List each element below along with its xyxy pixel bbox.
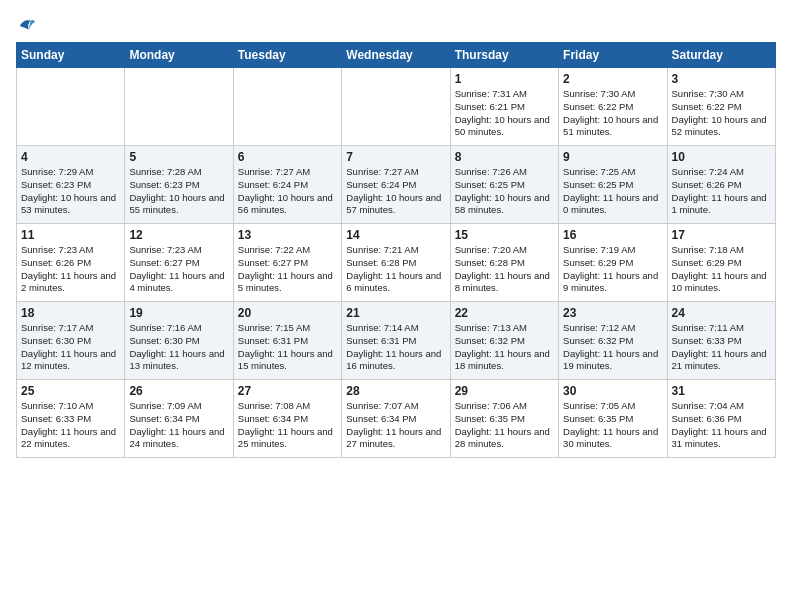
calendar-cell: 20Sunrise: 7:15 AMSunset: 6:31 PMDayligh… — [233, 302, 341, 380]
calendar-cell: 26Sunrise: 7:09 AMSunset: 6:34 PMDayligh… — [125, 380, 233, 458]
day-info: Sunset: 6:26 PM — [672, 179, 771, 192]
header-thursday: Thursday — [450, 43, 558, 68]
day-info: Sunrise: 7:09 AM — [129, 400, 228, 413]
day-info: Daylight: 11 hours and 31 minutes. — [672, 426, 771, 452]
day-number: 8 — [455, 150, 554, 164]
day-number: 31 — [672, 384, 771, 398]
calendar-cell: 1Sunrise: 7:31 AMSunset: 6:21 PMDaylight… — [450, 68, 558, 146]
day-info: Daylight: 11 hours and 28 minutes. — [455, 426, 554, 452]
day-info: Sunrise: 7:23 AM — [21, 244, 120, 257]
day-info: Sunset: 6:22 PM — [563, 101, 662, 114]
day-info: Sunset: 6:22 PM — [672, 101, 771, 114]
day-info: Daylight: 11 hours and 15 minutes. — [238, 348, 337, 374]
day-info: Sunrise: 7:16 AM — [129, 322, 228, 335]
day-info: Daylight: 11 hours and 2 minutes. — [21, 270, 120, 296]
day-info: Sunset: 6:21 PM — [455, 101, 554, 114]
calendar-cell — [342, 68, 450, 146]
day-info: Sunrise: 7:13 AM — [455, 322, 554, 335]
day-info: Sunset: 6:33 PM — [21, 413, 120, 426]
calendar-cell: 27Sunrise: 7:08 AMSunset: 6:34 PMDayligh… — [233, 380, 341, 458]
calendar-cell: 14Sunrise: 7:21 AMSunset: 6:28 PMDayligh… — [342, 224, 450, 302]
day-info: Sunset: 6:31 PM — [238, 335, 337, 348]
day-info: Sunset: 6:34 PM — [346, 413, 445, 426]
day-number: 4 — [21, 150, 120, 164]
day-number: 20 — [238, 306, 337, 320]
header-sunday: Sunday — [17, 43, 125, 68]
calendar-cell — [17, 68, 125, 146]
day-number: 11 — [21, 228, 120, 242]
calendar-cell: 6Sunrise: 7:27 AMSunset: 6:24 PMDaylight… — [233, 146, 341, 224]
header-monday: Monday — [125, 43, 233, 68]
day-number: 1 — [455, 72, 554, 86]
day-number: 15 — [455, 228, 554, 242]
day-info: Sunrise: 7:04 AM — [672, 400, 771, 413]
day-number: 28 — [346, 384, 445, 398]
calendar-header-row: SundayMondayTuesdayWednesdayThursdayFrid… — [17, 43, 776, 68]
day-number: 10 — [672, 150, 771, 164]
day-info: Daylight: 11 hours and 30 minutes. — [563, 426, 662, 452]
day-info: Daylight: 11 hours and 0 minutes. — [563, 192, 662, 218]
day-info: Daylight: 11 hours and 22 minutes. — [21, 426, 120, 452]
day-number: 18 — [21, 306, 120, 320]
header-saturday: Saturday — [667, 43, 775, 68]
day-info: Sunset: 6:33 PM — [672, 335, 771, 348]
day-info: Sunset: 6:25 PM — [455, 179, 554, 192]
day-info: Sunset: 6:23 PM — [129, 179, 228, 192]
calendar-cell: 13Sunrise: 7:22 AMSunset: 6:27 PMDayligh… — [233, 224, 341, 302]
day-number: 17 — [672, 228, 771, 242]
week-row-1: 1Sunrise: 7:31 AMSunset: 6:21 PMDaylight… — [17, 68, 776, 146]
day-info: Daylight: 10 hours and 55 minutes. — [129, 192, 228, 218]
day-info: Sunset: 6:30 PM — [129, 335, 228, 348]
day-info: Sunset: 6:30 PM — [21, 335, 120, 348]
day-info: Sunrise: 7:21 AM — [346, 244, 445, 257]
day-number: 21 — [346, 306, 445, 320]
calendar-cell: 8Sunrise: 7:26 AMSunset: 6:25 PMDaylight… — [450, 146, 558, 224]
day-info: Sunset: 6:35 PM — [563, 413, 662, 426]
day-info: Sunset: 6:27 PM — [238, 257, 337, 270]
calendar-cell: 12Sunrise: 7:23 AMSunset: 6:27 PMDayligh… — [125, 224, 233, 302]
day-info: Sunrise: 7:25 AM — [563, 166, 662, 179]
day-info: Sunrise: 7:14 AM — [346, 322, 445, 335]
calendar-cell: 2Sunrise: 7:30 AMSunset: 6:22 PMDaylight… — [559, 68, 667, 146]
calendar-cell: 29Sunrise: 7:06 AMSunset: 6:35 PMDayligh… — [450, 380, 558, 458]
day-info: Sunset: 6:27 PM — [129, 257, 228, 270]
day-info: Daylight: 11 hours and 24 minutes. — [129, 426, 228, 452]
logo — [16, 16, 36, 34]
day-info: Sunset: 6:35 PM — [455, 413, 554, 426]
day-info: Daylight: 11 hours and 27 minutes. — [346, 426, 445, 452]
header-tuesday: Tuesday — [233, 43, 341, 68]
week-row-2: 4Sunrise: 7:29 AMSunset: 6:23 PMDaylight… — [17, 146, 776, 224]
week-row-3: 11Sunrise: 7:23 AMSunset: 6:26 PMDayligh… — [17, 224, 776, 302]
bird-icon — [18, 16, 36, 34]
day-number: 19 — [129, 306, 228, 320]
calendar-cell: 30Sunrise: 7:05 AMSunset: 6:35 PMDayligh… — [559, 380, 667, 458]
calendar-cell: 4Sunrise: 7:29 AMSunset: 6:23 PMDaylight… — [17, 146, 125, 224]
day-info: Daylight: 11 hours and 12 minutes. — [21, 348, 120, 374]
day-info: Sunset: 6:25 PM — [563, 179, 662, 192]
calendar-cell: 19Sunrise: 7:16 AMSunset: 6:30 PMDayligh… — [125, 302, 233, 380]
calendar-cell: 17Sunrise: 7:18 AMSunset: 6:29 PMDayligh… — [667, 224, 775, 302]
day-info: Sunrise: 7:31 AM — [455, 88, 554, 101]
day-info: Sunrise: 7:19 AM — [563, 244, 662, 257]
day-number: 3 — [672, 72, 771, 86]
calendar-cell: 22Sunrise: 7:13 AMSunset: 6:32 PMDayligh… — [450, 302, 558, 380]
day-info: Sunset: 6:36 PM — [672, 413, 771, 426]
day-info: Sunrise: 7:20 AM — [455, 244, 554, 257]
day-info: Daylight: 11 hours and 13 minutes. — [129, 348, 228, 374]
day-info: Sunrise: 7:27 AM — [238, 166, 337, 179]
day-info: Daylight: 10 hours and 51 minutes. — [563, 114, 662, 140]
day-info: Sunset: 6:24 PM — [238, 179, 337, 192]
day-info: Sunset: 6:34 PM — [238, 413, 337, 426]
calendar-cell: 16Sunrise: 7:19 AMSunset: 6:29 PMDayligh… — [559, 224, 667, 302]
day-number: 25 — [21, 384, 120, 398]
calendar-cell: 7Sunrise: 7:27 AMSunset: 6:24 PMDaylight… — [342, 146, 450, 224]
day-info: Daylight: 11 hours and 1 minute. — [672, 192, 771, 218]
day-number: 27 — [238, 384, 337, 398]
calendar-cell: 10Sunrise: 7:24 AMSunset: 6:26 PMDayligh… — [667, 146, 775, 224]
day-info: Daylight: 11 hours and 8 minutes. — [455, 270, 554, 296]
day-info: Daylight: 11 hours and 4 minutes. — [129, 270, 228, 296]
calendar-cell: 15Sunrise: 7:20 AMSunset: 6:28 PMDayligh… — [450, 224, 558, 302]
day-info: Sunset: 6:32 PM — [455, 335, 554, 348]
day-info: Sunrise: 7:22 AM — [238, 244, 337, 257]
day-info: Sunset: 6:28 PM — [346, 257, 445, 270]
